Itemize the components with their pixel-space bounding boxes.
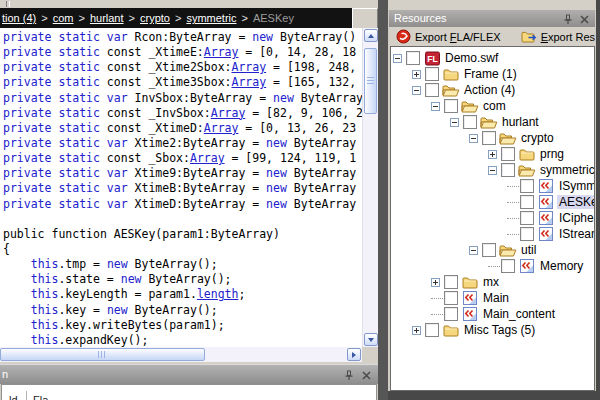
tree-label[interactable]: symmetric (538, 163, 595, 177)
tree-label[interactable]: crypto (519, 131, 556, 145)
tree-row-action-4-[interactable]: Action (4) (391, 82, 594, 98)
tree-row-main[interactable]: Main (391, 290, 594, 306)
code-type-link[interactable]: Array (190, 151, 225, 165)
expand-icon[interactable] (412, 326, 421, 335)
tree-label[interactable]: AESKey (557, 195, 595, 209)
collapse-icon[interactable] (431, 102, 440, 111)
expand-icon[interactable] (412, 70, 421, 79)
export-resources-button[interactable]: Export Reso (519, 30, 595, 44)
tree-row-isymmetr[interactable]: ISymmetr (391, 178, 594, 194)
code-type-link[interactable]: Array (232, 75, 267, 89)
scroll-up-button[interactable] (364, 29, 378, 42)
tree-row-prng[interactable]: prng (391, 146, 594, 162)
breadcrumb-link[interactable]: crypto (140, 12, 170, 24)
clipped-text: Fla (33, 394, 48, 400)
tree-checkbox[interactable] (501, 163, 515, 177)
tree-label[interactable]: Memory (538, 259, 585, 273)
close-button[interactable] (359, 368, 373, 382)
code-type-link[interactable]: Array (204, 121, 239, 135)
tree-label[interactable]: Demo.swf (443, 51, 500, 65)
tree-checkbox[interactable] (520, 179, 534, 193)
flash-doc-icon: FL (423, 51, 441, 66)
tree-checkbox[interactable] (482, 131, 496, 145)
tree-row-memory[interactable]: Memory (391, 258, 594, 274)
resources-tree[interactable]: FLDemo.swfFrame (1)Action (4)comhurlantc… (390, 46, 595, 391)
tree-row-hurlant[interactable]: hurlant (391, 114, 594, 130)
tree-row-util[interactable]: util (391, 242, 594, 258)
tree-row-demo-swf[interactable]: FLDemo.swf (391, 50, 594, 66)
tree-row-icipher[interactable]: ICipher (391, 210, 594, 226)
tree-label[interactable]: Misc Tags (5) (462, 323, 537, 337)
vertical-scroll-thumb[interactable] (364, 48, 377, 114)
tree-label[interactable]: com (481, 99, 508, 113)
tree-label[interactable]: ICipher (557, 211, 595, 225)
tree-label[interactable]: mx (481, 275, 501, 289)
breadcrumb-link[interactable]: symmetric (186, 12, 236, 24)
expand-icon[interactable] (431, 278, 440, 287)
tree-label[interactable]: Action (4) (462, 83, 517, 97)
pin-button[interactable] (342, 368, 356, 382)
tree-row-symmetric[interactable]: symmetric (391, 162, 594, 178)
tree-label[interactable]: ISymmetr (557, 179, 595, 193)
code-type-link[interactable]: Array (211, 106, 246, 120)
tree-row-crypto[interactable]: crypto (391, 130, 594, 146)
tree-checkbox[interactable] (425, 83, 439, 97)
tree-label[interactable]: util (519, 243, 538, 257)
panel-splitter[interactable] (378, 0, 388, 400)
tree-label[interactable]: prng (538, 147, 566, 161)
collapse-icon[interactable] (469, 246, 478, 255)
tree-checkbox[interactable] (444, 99, 458, 113)
code-area[interactable]: private static var Rcon:ByteArray = new … (0, 28, 362, 347)
tree-row-istreamci[interactable]: IStreamCi (391, 226, 594, 242)
tree-label[interactable]: hurlant (500, 115, 541, 129)
tree-row-mx[interactable]: mx (391, 274, 594, 290)
as-class-icon (537, 179, 555, 193)
breadcrumb-link[interactable]: hurlant (90, 12, 124, 24)
resources-titlebar[interactable]: Resources (389, 10, 595, 27)
down-arrow-icon (368, 338, 374, 342)
tree-checkbox[interactable] (520, 211, 534, 225)
collapse-icon[interactable] (450, 118, 459, 127)
tree-checkbox[interactable] (501, 147, 515, 161)
tree-row-frame-1-[interactable]: Frame (1) (391, 66, 594, 82)
code-vertical-scrollbar[interactable] (362, 28, 378, 347)
bottom-panel-titlebar[interactable]: n (0, 364, 378, 384)
tree-checkbox[interactable] (482, 243, 496, 257)
tree-checkbox[interactable] (520, 195, 534, 209)
horizontal-scroll-thumb[interactable] (0, 348, 205, 361)
tree-checkbox[interactable] (444, 275, 458, 289)
code-type-link[interactable]: length (197, 287, 239, 301)
tree-row-main-content[interactable]: Main_content (391, 306, 594, 322)
tree-checkbox[interactable] (501, 259, 515, 273)
tree-checkbox[interactable] (444, 291, 458, 305)
collapse-icon[interactable] (412, 86, 421, 95)
tree-label[interactable]: IStreamCi (557, 227, 595, 241)
scroll-down-button[interactable] (364, 333, 378, 346)
close-button[interactable] (577, 12, 591, 26)
tree-row-com[interactable]: com (391, 98, 594, 114)
tree-checkbox[interactable] (425, 67, 439, 81)
export-fla-button[interactable]: Export FLA/FLEX (394, 29, 503, 44)
tree-row-aeskey[interactable]: AESKey (391, 194, 594, 210)
breadcrumb-link[interactable]: com (53, 12, 74, 24)
tree-checkbox[interactable] (444, 307, 458, 321)
expand-icon[interactable] (488, 150, 497, 159)
collapse-icon[interactable] (469, 134, 478, 143)
code-horizontal-scrollbar[interactable] (0, 347, 362, 362)
tree-label[interactable]: Main_content (481, 307, 557, 321)
breadcrumb-link[interactable]: tion (4) (2, 12, 36, 24)
scroll-right-button[interactable] (347, 348, 361, 361)
collapse-icon[interactable] (393, 54, 402, 63)
tree-label[interactable]: Main (481, 291, 511, 305)
tree-row-misc-tags-5-[interactable]: Misc Tags (5) (391, 322, 594, 338)
tree-checkbox[interactable] (463, 115, 477, 129)
tree-checkbox[interactable] (406, 51, 420, 65)
tree-checkbox[interactable] (425, 323, 439, 337)
tree-checkbox[interactable] (520, 227, 534, 241)
code-token: private static (3, 45, 100, 59)
collapse-icon[interactable] (488, 166, 497, 175)
code-type-link[interactable]: Array (232, 60, 267, 74)
pin-button[interactable] (561, 12, 575, 26)
tree-label[interactable]: Frame (1) (462, 67, 519, 81)
code-type-link[interactable]: Array (204, 45, 239, 59)
